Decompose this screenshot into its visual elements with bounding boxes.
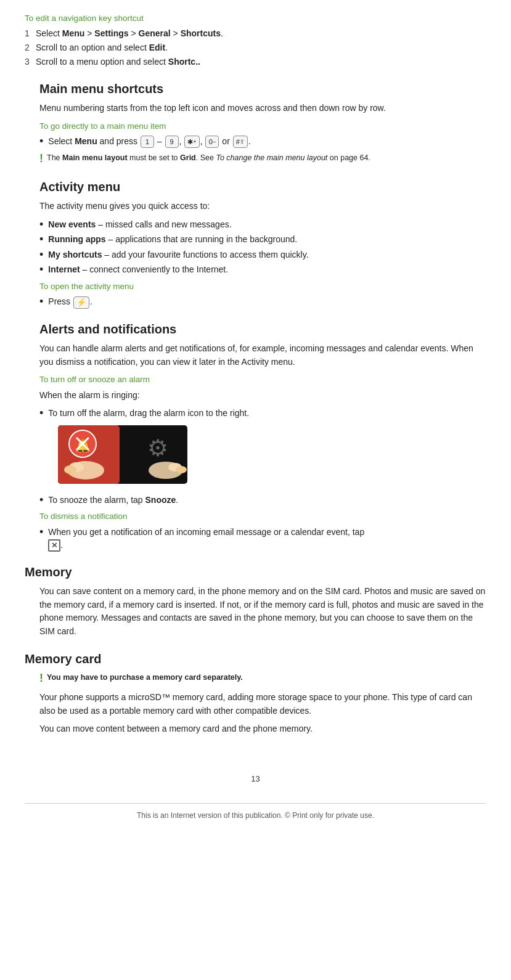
- step-1-text: Select Menu > Settings > General > Short…: [36, 27, 223, 40]
- note-bold-grid: Grid: [180, 153, 196, 162]
- go-directly-heading: To go directly to a main menu item: [39, 120, 486, 133]
- open-activity-bullet: Press ⚡.: [39, 295, 486, 309]
- footer: 13 This is an Internet version of this p…: [25, 773, 486, 822]
- key-star: ✱+: [184, 136, 199, 148]
- footer-divider: [25, 803, 486, 804]
- step-1-shortcuts: Shortcuts: [181, 28, 221, 38]
- page-body: To edit a navigation key shortcut 1 Sele…: [25, 12, 486, 821]
- step-1: 1 Select Menu > Settings > General > Sho…: [25, 27, 486, 40]
- key-9: 9: [165, 136, 179, 148]
- dismiss-icon: ✕: [48, 539, 60, 552]
- activity-menu-title: Activity menu: [39, 178, 486, 196]
- menu-bold: Menu: [75, 136, 97, 146]
- step-1-settings: Settings: [94, 28, 128, 38]
- turn-off-heading: To turn off or snooze an alarm: [39, 374, 486, 386]
- dismiss-heading: To dismiss a notification: [39, 510, 486, 523]
- internet-bold: Internet: [48, 264, 80, 274]
- note-text-2: You may have to purchase a memory card s…: [47, 672, 243, 684]
- note-italic-change: To change the main menu layout: [216, 153, 327, 162]
- step-num-3: 3: [25, 55, 36, 68]
- running-apps-bold: Running apps: [48, 234, 105, 244]
- step-num-1: 1: [25, 27, 36, 40]
- step-1-menu: Menu: [62, 28, 85, 38]
- key-1: 1: [141, 136, 154, 148]
- main-menu-note: ! The Main menu layout must be set to Gr…: [39, 152, 486, 166]
- main-menu-shortcuts-section: Main menu shortcuts Menu numbering start…: [39, 80, 486, 166]
- note-text-1: The Main menu layout must be set to Grid…: [47, 152, 370, 164]
- alarm-image-svg: 🔔 ⚙: [58, 425, 187, 484]
- snooze-text: To snooze the alarm, tap Snooze.: [48, 494, 178, 507]
- memory-card-section: Memory card ! You may have to purchase a…: [25, 650, 486, 736]
- snooze-bullets: To snooze the alarm, tap Snooze.: [39, 494, 486, 507]
- main-menu-shortcuts-desc: Menu numbering starts from the top left …: [39, 102, 486, 115]
- activity-bullet-internet: Internet – connect conveniently to the I…: [39, 263, 486, 277]
- edit-nav-shortcut-section: To edit a navigation key shortcut 1 Sele…: [25, 12, 486, 68]
- dismiss-bullet: When you get a notification of an incomi…: [39, 526, 486, 552]
- snooze-bullet: To snooze the alarm, tap Snooze.: [39, 494, 486, 507]
- svg-text:⚙: ⚙: [147, 435, 168, 461]
- memory-section: Memory You can save content on a memory …: [25, 563, 486, 639]
- activity-menu-desc: The activity menu gives you quick access…: [39, 200, 486, 213]
- memory-desc: You can save content on a memory card, i…: [39, 585, 486, 639]
- go-directly-bullet-1: Select Menu and press 1 – 9, ✱+, 0– or #…: [39, 135, 486, 149]
- page-number: 13: [25, 773, 486, 785]
- memory-card-title: Memory card: [25, 650, 486, 668]
- memory-card-desc1: Your phone supports a microSD™ memory ca…: [39, 691, 486, 717]
- open-activity-heading: To open the activity menu: [39, 280, 486, 293]
- memory-card-note: ! You may have to purchase a memory card…: [39, 672, 486, 686]
- when-ringing: When the alarm is ringing:: [39, 389, 486, 402]
- step-1-general: General: [139, 28, 171, 38]
- activity-bullet-running-apps: Running apps – applications that are run…: [39, 233, 486, 247]
- memory-card-desc2: You can move content between a memory ca…: [39, 722, 486, 736]
- dismiss-bullets: When you get a notification of an incomi…: [39, 526, 486, 552]
- step-2: 2 Scroll to an option and select Edit.: [25, 41, 486, 54]
- note-icon-2: !: [39, 671, 43, 686]
- alerts-title: Alerts and notifications: [39, 320, 486, 338]
- edit-nav-heading: To edit a navigation key shortcut: [25, 12, 486, 25]
- step-2-text: Scroll to an option and select Edit.: [36, 41, 168, 54]
- step-3-shortc: Shortc..: [168, 57, 200, 67]
- turn-off-text: To turn off the alarm, drag the alarm ic…: [48, 407, 249, 420]
- snooze-bold: Snooze: [145, 495, 176, 505]
- memory-title: Memory: [25, 563, 486, 581]
- activity-bullet-my-shortcuts: My shortcuts – add your favourite functi…: [39, 248, 486, 262]
- footer-note: This is an Internet version of this publ…: [25, 810, 486, 821]
- key-0: 0–: [205, 136, 219, 148]
- note-icon-1: !: [39, 151, 43, 166]
- new-events-bold: New events: [48, 219, 96, 229]
- svg-text:🔔: 🔔: [75, 438, 91, 453]
- dismiss-text: When you get a notification of an incomi…: [48, 526, 364, 552]
- alerts-section: Alerts and notifications You can handle …: [39, 320, 486, 552]
- key-hash: #⇧: [233, 136, 248, 148]
- open-activity-text: Press ⚡.: [48, 295, 92, 308]
- step-2-edit: Edit: [149, 43, 165, 52]
- turn-off-bullets: To turn off the alarm, drag the alarm ic…: [39, 407, 486, 420]
- go-directly-text: Select Menu and press 1 – 9, ✱+, 0– or #…: [48, 135, 250, 148]
- my-shortcuts-bold: My shortcuts: [48, 250, 102, 259]
- svg-point-8: [64, 465, 76, 474]
- svg-point-12: [176, 466, 187, 473]
- edit-nav-steps: 1 Select Menu > Settings > General > Sho…: [25, 27, 486, 68]
- activity-bullet-new-events: New events – missed calls and new messag…: [39, 218, 486, 232]
- open-activity-bullets: Press ⚡.: [39, 295, 486, 309]
- key-activity: ⚡: [73, 296, 89, 309]
- go-directly-bullets: Select Menu and press 1 – 9, ✱+, 0– or #…: [39, 135, 486, 149]
- activity-menu-section: Activity menu The activity menu gives yo…: [39, 178, 486, 309]
- step-3-text: Scroll to a menu option and select Short…: [36, 55, 200, 68]
- alerts-desc: You can handle alarm alerts and get noti…: [39, 342, 486, 369]
- step-3: 3 Scroll to a menu option and select Sho…: [25, 55, 486, 68]
- activity-menu-bullets: New events – missed calls and new messag…: [39, 218, 486, 277]
- turn-off-bullet: To turn off the alarm, drag the alarm ic…: [39, 407, 486, 420]
- step-num-2: 2: [25, 41, 36, 54]
- note-bold-main-menu-layout: Main menu layout: [62, 153, 128, 162]
- main-menu-shortcuts-title: Main menu shortcuts: [39, 80, 486, 98]
- alarm-image-container: 🔔 ⚙: [58, 425, 486, 488]
